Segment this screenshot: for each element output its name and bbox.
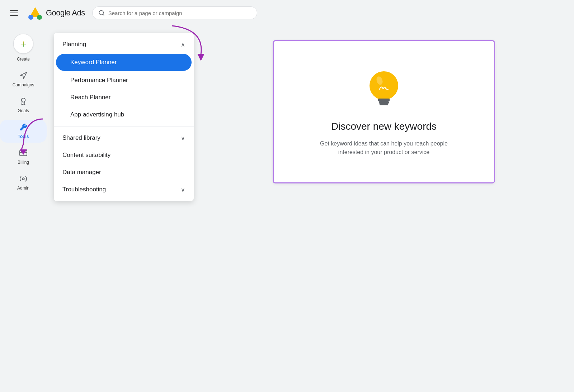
campaigns-icon [19, 72, 27, 81]
troubleshooting-header[interactable]: Troubleshooting ∨ [54, 181, 194, 198]
google-ads-logo-icon [28, 6, 42, 20]
svg-point-5 [22, 98, 25, 102]
create-label: Create [17, 57, 30, 62]
sidebar-item-goals[interactable]: Goals [0, 94, 47, 117]
sidebar-item-admin-label: Admin [17, 186, 29, 191]
create-plus-icon: ＋ [18, 37, 28, 51]
troubleshooting-title: Troubleshooting [62, 186, 106, 193]
sidebar-item-campaigns[interactable]: Campaigns [0, 68, 47, 91]
svg-point-8 [22, 178, 24, 180]
admin-icon [19, 175, 27, 184]
menu-item-performance-planner[interactable]: Performance Planner [56, 72, 192, 89]
logo-area[interactable]: Google Ads [28, 6, 85, 20]
content-suitability-title: Content suitability [62, 152, 110, 159]
goals-icon [19, 97, 27, 107]
menu-item-reach-planner[interactable]: Reach Planner [56, 89, 192, 106]
planning-section-title: Planning [62, 41, 86, 48]
troubleshooting-chevron-icon: ∨ [181, 186, 185, 193]
menu-item-app-advertising-hub[interactable]: App advertising hub [56, 106, 192, 123]
svg-point-11 [370, 71, 398, 100]
data-manager-title: Data manager [62, 169, 101, 176]
svg-point-1 [28, 15, 33, 20]
sidebar: ＋ Create Campaigns Goals [0, 26, 47, 392]
search-icon [98, 10, 105, 16]
discover-card: Discover new keywords Get keyword ideas … [273, 40, 495, 183]
discover-subtitle: Get keyword ideas that can help you reac… [316, 139, 452, 157]
sidebar-item-billing[interactable]: Billing [0, 145, 47, 168]
menu-divider-1 [54, 126, 194, 126]
svg-point-2 [37, 15, 42, 20]
create-button-wrapper[interactable]: ＋ Create [8, 32, 39, 65]
content-suitability-header[interactable]: Content suitability [54, 147, 194, 164]
sidebar-item-goals-label: Goals [18, 108, 29, 113]
sidebar-item-billing-label: Billing [18, 160, 29, 165]
menu-item-keyword-planner[interactable]: Keyword Planner [56, 54, 192, 71]
sidebar-item-campaigns-label: Campaigns [13, 82, 34, 87]
search-input[interactable] [108, 10, 251, 16]
billing-icon [19, 149, 27, 158]
svg-line-4 [103, 14, 104, 15]
search-bar[interactable] [92, 6, 257, 19]
lightbulb-icon [362, 67, 405, 114]
planning-section-header[interactable]: Planning ∧ [54, 36, 194, 53]
tools-icon [19, 123, 27, 133]
svg-rect-13 [379, 101, 389, 104]
svg-rect-12 [378, 99, 390, 101]
sidebar-item-admin[interactable]: Admin [0, 171, 47, 194]
svg-rect-6 [20, 150, 27, 156]
logo-text: Google Ads [46, 8, 85, 18]
header: Google Ads [0, 0, 574, 26]
shared-library-chevron-icon: ∨ [181, 135, 185, 142]
create-button[interactable]: ＋ [13, 34, 33, 54]
svg-rect-14 [380, 104, 388, 105]
planning-chevron-up-icon: ∧ [181, 41, 185, 48]
sidebar-item-tools-label: Tools [18, 134, 29, 139]
shared-library-header[interactable]: Shared library ∨ [54, 129, 194, 147]
planning-menu-panel: Planning ∧ Keyword Planner Performance P… [54, 33, 194, 201]
data-manager-header[interactable]: Data manager [54, 164, 194, 181]
discover-title: Discover new keywords [331, 121, 437, 132]
content-area: Discover new keywords Get keyword ideas … [194, 26, 574, 392]
hamburger-menu[interactable] [7, 7, 21, 19]
main-layout: ＋ Create Campaigns Goals [0, 26, 574, 392]
sidebar-item-tools[interactable]: Tools [0, 120, 47, 143]
shared-library-title: Shared library [62, 134, 100, 142]
